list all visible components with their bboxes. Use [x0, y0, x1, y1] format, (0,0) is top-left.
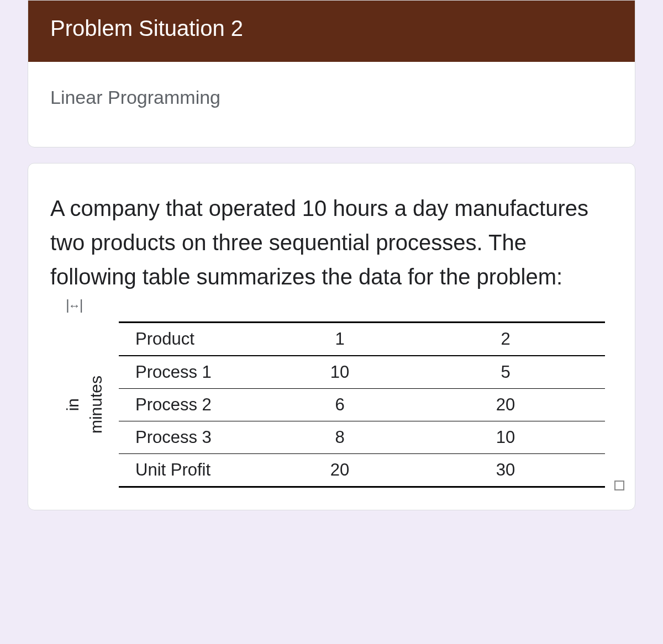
- cell-value: 20: [406, 389, 605, 421]
- cell-value: 10: [406, 421, 605, 454]
- cell-value: 30: [406, 454, 605, 487]
- expand-icon[interactable]: |↔|: [66, 297, 82, 314]
- question-card: A company that operated 10 hours a day m…: [28, 163, 635, 510]
- cell-value: 8: [273, 421, 406, 454]
- table-row: Process 3 8 10: [119, 421, 605, 454]
- cell-value: 10: [273, 356, 406, 389]
- section-title: Problem Situation 2: [28, 1, 635, 62]
- col-header-product: Product: [119, 323, 273, 356]
- header-card: Problem Situation 2 Linear Programming: [28, 0, 635, 147]
- cell-label: Process 2: [119, 389, 273, 421]
- vlabel-in: in: [61, 398, 85, 411]
- col-header-2: 2: [406, 323, 605, 356]
- table-header-row: Product 1 2: [119, 323, 605, 356]
- data-table: Product 1 2 Process 1 10 5 Process 2 6: [119, 321, 605, 488]
- cell-value: 5: [406, 356, 605, 389]
- question-text: A company that operated 10 hours a day m…: [50, 191, 613, 294]
- data-table-wrapper: in minutes Product 1 2 Process 1 10 5: [50, 321, 613, 488]
- cell-label: Process 1: [119, 356, 273, 389]
- table-row: Process 1 10 5: [119, 356, 605, 389]
- section-subtitle: Linear Programming: [28, 62, 635, 147]
- col-header-1: 1: [273, 323, 406, 356]
- cell-value: 6: [273, 389, 406, 421]
- resize-handle-icon[interactable]: [614, 481, 624, 490]
- vlabel-minutes: minutes: [85, 376, 108, 434]
- cell-value: 20: [273, 454, 406, 487]
- vertical-axis-labels: in minutes: [61, 376, 108, 434]
- table-row: Process 2 6 20: [119, 389, 605, 421]
- table-footer-row: Unit Profit 20 30: [119, 454, 605, 487]
- cell-label: Process 3: [119, 421, 273, 454]
- cell-label: Unit Profit: [119, 454, 273, 487]
